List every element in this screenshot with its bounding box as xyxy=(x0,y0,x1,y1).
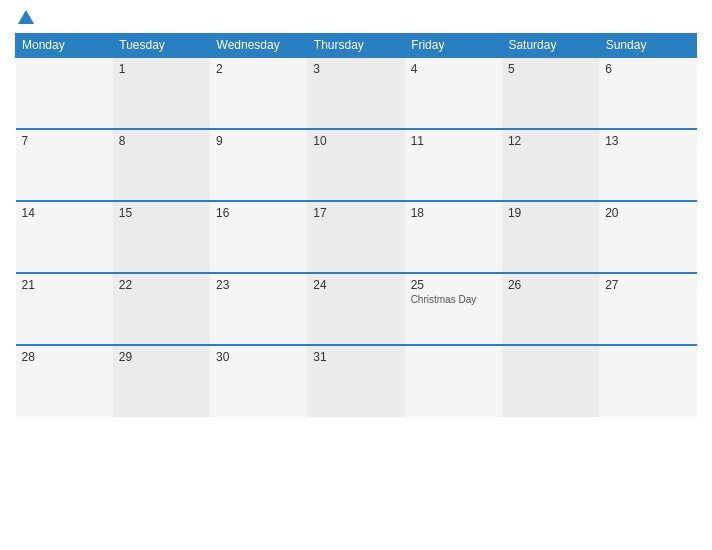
weekday-header-sunday: Sunday xyxy=(599,34,696,58)
calendar-cell: 14 xyxy=(16,201,113,273)
calendar-cell: 8 xyxy=(113,129,210,201)
day-number: 29 xyxy=(119,350,204,364)
day-number: 14 xyxy=(22,206,107,220)
calendar-cell: 27 xyxy=(599,273,696,345)
day-number: 9 xyxy=(216,134,301,148)
weekday-header-thursday: Thursday xyxy=(307,34,404,58)
calendar-cell: 11 xyxy=(405,129,502,201)
event-label: Christmas Day xyxy=(411,294,496,305)
week-row-2: 78910111213 xyxy=(16,129,697,201)
calendar-container: MondayTuesdayWednesdayThursdayFridaySatu… xyxy=(0,0,712,550)
calendar-cell: 6 xyxy=(599,57,696,129)
day-number: 13 xyxy=(605,134,690,148)
calendar-cell: 15 xyxy=(113,201,210,273)
calendar-cell: 19 xyxy=(502,201,599,273)
day-number: 25 xyxy=(411,278,496,292)
day-number: 19 xyxy=(508,206,593,220)
day-number: 5 xyxy=(508,62,593,76)
calendar-cell: 20 xyxy=(599,201,696,273)
day-number: 4 xyxy=(411,62,496,76)
weekday-header-row: MondayTuesdayWednesdayThursdayFridaySatu… xyxy=(16,34,697,58)
day-number: 2 xyxy=(216,62,301,76)
week-row-3: 14151617181920 xyxy=(16,201,697,273)
day-number: 27 xyxy=(605,278,690,292)
logo-triangle-icon xyxy=(18,10,34,24)
calendar-header xyxy=(15,10,697,25)
calendar-cell xyxy=(502,345,599,417)
day-number: 3 xyxy=(313,62,398,76)
calendar-cell: 31 xyxy=(307,345,404,417)
calendar-cell: 24 xyxy=(307,273,404,345)
calendar-cell: 1 xyxy=(113,57,210,129)
day-number: 7 xyxy=(22,134,107,148)
day-number: 31 xyxy=(313,350,398,364)
day-number: 21 xyxy=(22,278,107,292)
day-number: 12 xyxy=(508,134,593,148)
calendar-cell: 21 xyxy=(16,273,113,345)
calendar-cell: 4 xyxy=(405,57,502,129)
week-row-4: 2122232425Christmas Day2627 xyxy=(16,273,697,345)
logo xyxy=(15,10,34,25)
day-number: 6 xyxy=(605,62,690,76)
weekday-header-monday: Monday xyxy=(16,34,113,58)
day-number: 1 xyxy=(119,62,204,76)
calendar-cell xyxy=(599,345,696,417)
weekday-header-saturday: Saturday xyxy=(502,34,599,58)
calendar-cell: 13 xyxy=(599,129,696,201)
day-number: 30 xyxy=(216,350,301,364)
day-number: 24 xyxy=(313,278,398,292)
day-number: 17 xyxy=(313,206,398,220)
calendar-cell xyxy=(405,345,502,417)
calendar-cell: 26 xyxy=(502,273,599,345)
day-number: 26 xyxy=(508,278,593,292)
calendar-cell: 2 xyxy=(210,57,307,129)
calendar-cell: 29 xyxy=(113,345,210,417)
calendar-cell: 9 xyxy=(210,129,307,201)
calendar-cell: 30 xyxy=(210,345,307,417)
weekday-header-wednesday: Wednesday xyxy=(210,34,307,58)
day-number: 10 xyxy=(313,134,398,148)
day-number: 22 xyxy=(119,278,204,292)
day-number: 15 xyxy=(119,206,204,220)
calendar-cell: 28 xyxy=(16,345,113,417)
day-number: 18 xyxy=(411,206,496,220)
calendar-table: MondayTuesdayWednesdayThursdayFridaySatu… xyxy=(15,33,697,417)
calendar-cell: 12 xyxy=(502,129,599,201)
calendar-cell: 3 xyxy=(307,57,404,129)
calendar-cell: 22 xyxy=(113,273,210,345)
day-number: 23 xyxy=(216,278,301,292)
day-number: 20 xyxy=(605,206,690,220)
day-number: 16 xyxy=(216,206,301,220)
calendar-cell xyxy=(16,57,113,129)
day-number: 28 xyxy=(22,350,107,364)
day-number: 11 xyxy=(411,134,496,148)
calendar-cell: 7 xyxy=(16,129,113,201)
week-row-1: 123456 xyxy=(16,57,697,129)
week-row-5: 28293031 xyxy=(16,345,697,417)
weekday-header-friday: Friday xyxy=(405,34,502,58)
calendar-cell: 25Christmas Day xyxy=(405,273,502,345)
calendar-cell: 17 xyxy=(307,201,404,273)
calendar-cell: 23 xyxy=(210,273,307,345)
weekday-header-tuesday: Tuesday xyxy=(113,34,210,58)
calendar-cell: 16 xyxy=(210,201,307,273)
calendar-cell: 10 xyxy=(307,129,404,201)
day-number: 8 xyxy=(119,134,204,148)
calendar-cell: 5 xyxy=(502,57,599,129)
calendar-cell: 18 xyxy=(405,201,502,273)
